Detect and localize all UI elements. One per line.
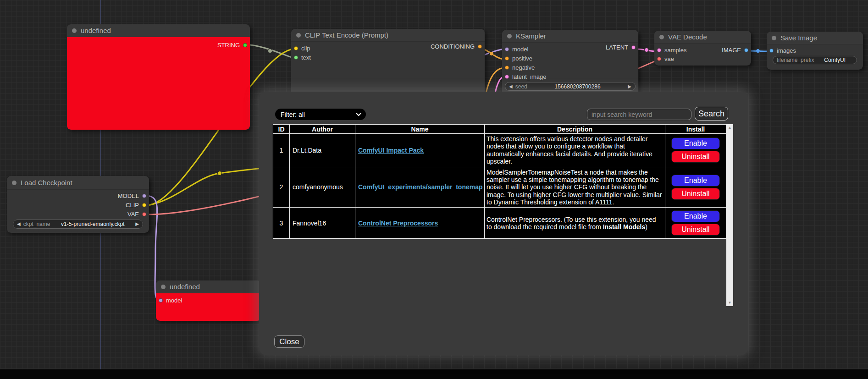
output-label: IMAGE — [722, 47, 741, 54]
output-slot-image[interactable] — [744, 48, 748, 52]
output-label: MODEL — [118, 192, 139, 199]
input-slot-model[interactable] — [505, 47, 509, 51]
node-title: VAE Decode — [668, 33, 707, 41]
output-slot-clip[interactable] — [142, 203, 146, 207]
collapse-dot-icon[interactable] — [12, 181, 17, 185]
output-slot-string[interactable] — [243, 43, 247, 47]
enable-button[interactable]: Enable — [671, 137, 720, 149]
uninstall-button[interactable]: Uninstall — [671, 151, 720, 163]
node-titlebar[interactable]: undefined — [67, 24, 250, 37]
node-title: CLIP Text Encode (Prompt) — [305, 31, 388, 39]
increment-arrow-icon[interactable]: ▶ — [628, 84, 631, 89]
node-title: Load Checkpoint — [21, 179, 72, 187]
collapse-dot-icon[interactable] — [296, 33, 301, 38]
widget-label: seed — [515, 83, 527, 90]
node-clip-text-encode[interactable]: CLIP Text Encode (Prompt) clip text COND… — [291, 29, 485, 93]
ckpt-name-widget[interactable]: ◀ ckpt_name v1-5-pruned-emaonly.ckpt ▶ — [13, 220, 143, 229]
node-save-image[interactable]: Save Image images filename_prefix ComfyU… — [767, 32, 863, 70]
collapse-dot-icon[interactable] — [772, 36, 776, 40]
cell-author: comfyanonymous — [290, 167, 355, 208]
node-titlebar[interactable]: Save Image — [767, 32, 863, 44]
seed-widget[interactable]: ◀ seed 156680208700286 ▶ — [505, 82, 636, 91]
input-slot-positive[interactable] — [505, 56, 509, 60]
cell-id: 2 — [273, 167, 290, 208]
table-scrollbar[interactable]: ▲ ▼ — [726, 124, 733, 306]
collapse-dot-icon[interactable] — [161, 285, 166, 289]
input-slot-negative[interactable] — [505, 66, 509, 70]
cell-author: Dr.Lt.Data — [290, 134, 355, 167]
node-titlebar[interactable]: KSampler — [502, 30, 638, 43]
input-slot-images[interactable] — [769, 49, 774, 53]
input-label: positive — [512, 55, 532, 62]
search-input[interactable] — [587, 109, 691, 120]
input-label: images — [777, 47, 796, 54]
node-titlebar[interactable]: VAE Decode — [654, 31, 751, 44]
input-label: text — [301, 54, 311, 61]
cell-description: ControlNet Preprocessors. (To use this e… — [485, 208, 665, 239]
node-title: KSampler — [516, 32, 546, 40]
decrement-arrow-icon[interactable]: ◀ — [509, 84, 513, 89]
input-slot-latent-image[interactable] — [505, 75, 509, 79]
output-label: LATENT — [606, 44, 628, 51]
input-slot-samples[interactable] — [657, 48, 661, 52]
node-vae-decode[interactable]: VAE Decode samples vae IMAGE — [654, 31, 751, 66]
input-label: samples — [664, 47, 686, 54]
input-slot-vae[interactable] — [657, 57, 661, 61]
widget-value: v1-5-pruned-emaonly.ckpt — [53, 221, 133, 227]
node-titlebar[interactable]: CLIP Text Encode (Prompt) — [291, 29, 485, 42]
output-label: STRING — [217, 42, 240, 49]
node-titlebar[interactable]: undefined — [156, 280, 261, 293]
node-load-checkpoint[interactable]: Load Checkpoint MODEL CLIP VAE ◀ ckpt_na… — [7, 176, 149, 233]
close-button[interactable]: Close — [274, 335, 304, 348]
collapse-dot-icon[interactable] — [659, 35, 664, 39]
uninstall-button[interactable]: Uninstall — [671, 188, 720, 200]
filter-select[interactable]: Filter: all — [275, 109, 366, 120]
node-titlebar[interactable]: Load Checkpoint — [7, 176, 149, 190]
output-label: VAE — [127, 211, 139, 218]
cell-install: Enable Uninstall — [665, 167, 726, 208]
scroll-up-icon[interactable]: ▲ — [728, 126, 732, 130]
output-slot-conditioning[interactable] — [478, 44, 482, 49]
extension-row: 1 Dr.Lt.Data ComfyUI Impact Pack This ex… — [273, 134, 726, 167]
widget-value: ComfyUI — [817, 57, 853, 63]
extension-manager-dialog: Filter: all Search ID Author Name Descri… — [259, 92, 748, 355]
extension-table-container: ID Author Name Description Install 1 Dr.… — [273, 124, 733, 306]
search-button[interactable]: Search — [695, 107, 728, 121]
scroll-down-icon[interactable]: ▼ — [728, 301, 732, 305]
uninstall-button[interactable]: Uninstall — [671, 224, 720, 236]
node-undefined-bottom[interactable]: undefined model — [156, 280, 261, 321]
output-slot-model[interactable] — [142, 194, 146, 198]
collapse-dot-icon[interactable] — [72, 28, 77, 33]
input-label: model — [512, 46, 528, 53]
table-header-row: ID Author Name Description Install — [273, 125, 726, 134]
prev-arrow-icon[interactable]: ◀ — [17, 222, 21, 226]
cell-id: 1 — [273, 134, 290, 167]
output-slot-latent[interactable] — [631, 45, 636, 49]
output-slot-vae[interactable] — [142, 212, 146, 216]
cell-id: 3 — [273, 208, 290, 239]
cell-install: Enable Uninstall — [665, 208, 726, 239]
input-slot-text[interactable] — [294, 55, 298, 60]
extension-row: 2 comfyanonymous ComfyUI_experiments/sam… — [273, 167, 726, 208]
enable-button[interactable]: Enable — [671, 175, 720, 187]
filename-prefix-widget[interactable]: filename_prefix ComfyUI — [773, 56, 857, 64]
extension-table: ID Author Name Description Install 1 Dr.… — [273, 124, 726, 239]
node-title: undefined — [170, 283, 200, 291]
extension-link[interactable]: ComfyUI_experiments/sampler_tonemap — [358, 183, 483, 191]
input-label: model — [166, 297, 182, 304]
widget-label: filename_prefix — [777, 57, 814, 63]
cell-name: ComfyUI Impact Pack — [355, 134, 485, 167]
node-undefined-top[interactable]: undefined STRING — [67, 24, 250, 130]
extension-link[interactable]: ControlNet Preprocessors — [358, 220, 438, 227]
comfyui-canvas[interactable]: undefined STRING CLIP Text Encode (Promp… — [0, 0, 868, 379]
canvas-edge — [0, 369, 868, 379]
column-header-install: Install — [665, 125, 726, 134]
node-ksampler[interactable]: KSampler model positive negative latent_… — [502, 30, 638, 94]
extension-link[interactable]: ComfyUI Impact Pack — [358, 147, 424, 154]
input-slot-clip[interactable] — [294, 46, 298, 50]
node-title: undefined — [81, 27, 111, 34]
enable-button[interactable]: Enable — [671, 210, 720, 222]
next-arrow-icon[interactable]: ▶ — [135, 222, 139, 226]
collapse-dot-icon[interactable] — [507, 34, 512, 38]
input-slot-model[interactable] — [159, 298, 163, 302]
